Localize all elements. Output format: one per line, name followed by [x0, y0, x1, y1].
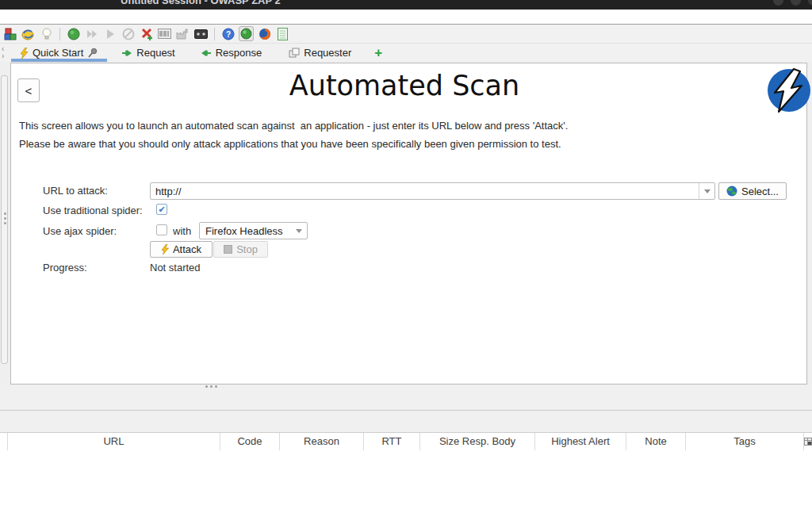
- column-header-code[interactable]: Code: [220, 433, 280, 450]
- pin-icon[interactable]: [87, 48, 98, 58]
- progress-value: Not started: [150, 262, 201, 274]
- lightning-icon: [161, 244, 169, 254]
- fast-forward-icon[interactable]: [84, 26, 99, 41]
- stop-square-icon: [224, 245, 232, 254]
- tab-scroll-buttons: ‹ ›: [2, 46, 11, 60]
- green-ball-icon[interactable]: [239, 26, 254, 41]
- tab-response[interactable]: Response: [192, 44, 271, 62]
- lightbulb-icon[interactable]: [39, 26, 54, 41]
- quick-start-panel: [10, 63, 807, 384]
- arrow-left-icon: [201, 49, 212, 57]
- tab-label: Request: [136, 47, 174, 59]
- use-ajax-spider-label: Use ajax spider:: [43, 225, 117, 237]
- window-button[interactable]: [773, 0, 783, 6]
- window-button[interactable]: [791, 0, 801, 6]
- notebook-icon[interactable]: [275, 26, 290, 41]
- progress-label: Progress:: [43, 262, 87, 274]
- table-options-button[interactable]: [804, 433, 812, 450]
- arrow-right-icon: [121, 49, 132, 57]
- horizontal-splitter[interactable]: [0, 384, 812, 411]
- firefox-icon[interactable]: [257, 26, 272, 41]
- window-title: Untitled Session - OWASP ZAP 2: [121, 0, 281, 6]
- table-row-header-column: [0, 433, 8, 450]
- barcode-icon[interactable]: [157, 26, 172, 41]
- with-label: with: [173, 225, 191, 237]
- url-input[interactable]: [151, 183, 701, 199]
- stop-button-label: Stop: [236, 243, 258, 255]
- globe-icon: [726, 186, 737, 197]
- traditional-spider-checkbox[interactable]: ✔: [156, 204, 167, 215]
- windows-stack-icon: [289, 48, 300, 58]
- back-button[interactable]: <: [17, 78, 40, 102]
- tab-label: Quick Start: [33, 47, 83, 59]
- select-button[interactable]: Select...: [718, 182, 787, 200]
- stop-button[interactable]: Stop: [213, 241, 268, 258]
- record-icon[interactable]: [66, 26, 81, 41]
- browser-select[interactable]: Firefox Headless: [199, 222, 308, 239]
- play-icon[interactable]: [102, 26, 117, 41]
- intro-line-2: Please be aware that you should only att…: [19, 138, 561, 150]
- url-to-attack-label: URL to attack:: [43, 185, 108, 197]
- factory-icon[interactable]: [175, 26, 190, 41]
- menu-strip: [0, 10, 812, 25]
- window-button[interactable]: [808, 0, 812, 6]
- column-header-note[interactable]: Note: [626, 433, 686, 450]
- chevron-down-icon: [704, 189, 710, 193]
- column-header-highest-alert[interactable]: Highest Alert: [535, 433, 626, 450]
- select-button-label: Select...: [741, 186, 779, 197]
- svg-text:?: ?: [225, 30, 230, 39]
- page-title: Automated Scan: [48, 70, 761, 101]
- intro-line-1: This screen allows you to launch an auto…: [19, 120, 568, 132]
- column-header-size-resp-body[interactable]: Size Resp. Body: [420, 433, 535, 450]
- url-dropdown-button[interactable]: [699, 183, 714, 199]
- open-session-icon[interactable]: [21, 26, 36, 41]
- lightning-icon: [20, 48, 29, 59]
- history-table-body[interactable]: [0, 450, 812, 505]
- splitter-handle[interactable]: [205, 385, 217, 388]
- tab-scroll-right-icon[interactable]: ›: [2, 53, 11, 60]
- tab-label: Requester: [304, 47, 351, 59]
- column-header-rtt[interactable]: RTT: [364, 433, 420, 450]
- window-titlebar: Untitled Session - OWASP ZAP 2: [0, 0, 812, 10]
- toolbar-separator: [214, 28, 215, 40]
- attack-button[interactable]: Attack: [150, 241, 213, 258]
- ajax-spider-checkbox[interactable]: [156, 224, 167, 235]
- tab-requester[interactable]: Requester: [280, 44, 360, 62]
- column-header-url[interactable]: URL: [8, 433, 220, 450]
- table-options-icon: [804, 438, 812, 446]
- attack-button-label: Attack: [173, 243, 201, 255]
- blocks-icon[interactable]: [2, 26, 17, 41]
- workspace-tabbar: ‹ › Quick Start Request Response Request…: [0, 44, 812, 62]
- help-icon[interactable]: ?: [220, 26, 236, 41]
- cancel-icon[interactable]: [121, 26, 136, 41]
- history-table-header: URL Code Reason RTT Size Resp. Body High…: [0, 432, 812, 451]
- delete-x-icon[interactable]: [139, 26, 154, 41]
- bottom-panel-gap: [0, 411, 812, 432]
- column-header-reason[interactable]: Reason: [280, 433, 364, 450]
- left-splitter-gutter[interactable]: [1, 75, 8, 364]
- toolbar-separator: [59, 28, 60, 40]
- use-traditional-spider-label: Use traditional spider:: [43, 205, 143, 216]
- add-tab-button[interactable]: +: [366, 45, 390, 61]
- browser-select-value: Firefox Headless: [205, 225, 283, 237]
- column-header-tags[interactable]: Tags: [686, 433, 804, 450]
- checkmark-icon: ✔: [158, 205, 165, 215]
- zap-logo-icon: [765, 67, 812, 116]
- main-toolbar: ?: [0, 25, 812, 44]
- tab-label: Response: [216, 47, 262, 59]
- url-combobox: [150, 182, 715, 200]
- tab-request[interactable]: Request: [113, 44, 183, 62]
- chevron-down-icon: [296, 229, 302, 233]
- cassette-icon[interactable]: [193, 26, 209, 41]
